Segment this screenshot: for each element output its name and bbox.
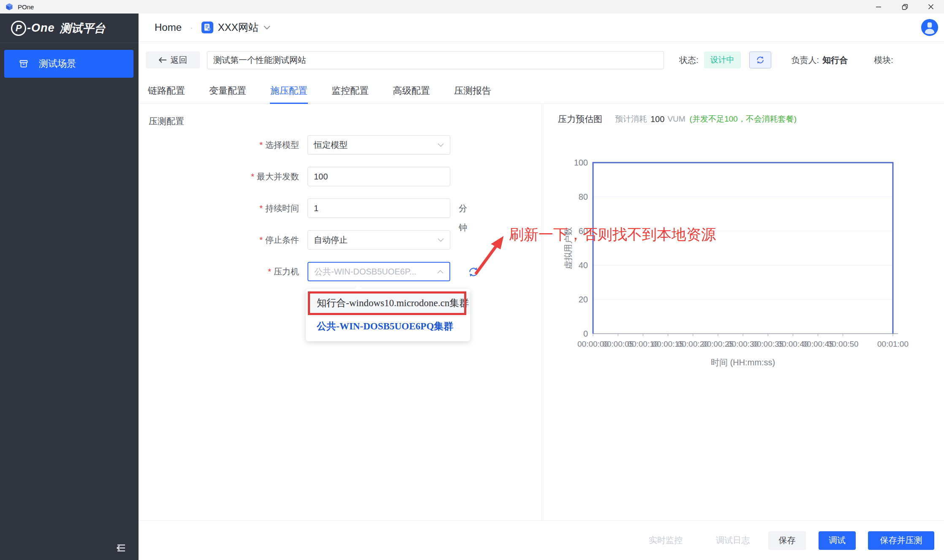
refresh-icon — [756, 55, 765, 65]
chart-title: 压力预估图 — [558, 113, 602, 125]
breadcrumb: Home · XXX网站 — [139, 14, 944, 42]
debug-button[interactable]: 调试 — [819, 531, 856, 550]
stop-condition-value: 自动停止 — [314, 234, 348, 246]
duration-input[interactable]: 1 — [307, 198, 450, 218]
section-title: 压测配置 — [149, 115, 184, 127]
content-area: 压测配置 *选择模型 恒定模型 *最大并发数 100 *持续时间 — [139, 104, 944, 520]
chevron-up-icon — [437, 270, 443, 274]
model-select-value: 恒定模型 — [314, 139, 348, 151]
minimize-icon — [876, 4, 881, 10]
minimize-button[interactable] — [865, 0, 892, 14]
owner-field: 负责人:知行合 — [792, 54, 848, 66]
project-chevron-down-icon[interactable] — [264, 25, 270, 30]
required-mark: * — [259, 235, 263, 245]
concurrency-value: 100 — [314, 172, 328, 182]
load-machine-value: 公共-WIN-DOSB5UOE6P... — [314, 266, 416, 277]
chart-header: 压力预估图 预计消耗 100 VUM (并发不足100，不会消耗套餐) — [558, 113, 797, 125]
stop-condition-select[interactable]: 自动停止 — [307, 230, 450, 250]
load-machine-select[interactable]: 公共-WIN-DOSB5UOE6P... — [307, 262, 450, 281]
platform-logo: P -One 测试平台 — [0, 14, 139, 43]
load-machine-refresh-button[interactable] — [468, 266, 479, 278]
required-mark: * — [259, 140, 263, 150]
back-button[interactable]: 返回 — [146, 52, 200, 68]
concurrency-input[interactable]: 100 — [307, 167, 450, 186]
load-estimate-panel: 压力预估图 预计消耗 100 VUM (并发不足100，不会消耗套餐) 0204… — [542, 104, 944, 520]
status-badge: 设计中 — [704, 52, 741, 68]
consume-unit: VUM — [667, 114, 685, 124]
pressure-config-panel: 压测配置 *选择模型 恒定模型 *最大并发数 100 *持续时间 — [139, 104, 542, 520]
tab-monitor-config[interactable]: 监控配置 — [331, 78, 369, 103]
back-arrow-icon — [158, 57, 167, 63]
scenario-box-icon — [19, 59, 29, 69]
tab-test-report[interactable]: 压测报告 — [454, 78, 492, 103]
debug-log-link[interactable]: 调试日志 — [716, 535, 750, 546]
realtime-monitor-link[interactable]: 实时监控 — [649, 535, 683, 546]
window-controls — [865, 0, 944, 14]
back-button-label: 返回 — [171, 54, 188, 66]
model-select[interactable]: 恒定模型 — [307, 135, 450, 155]
svg-text:40: 40 — [579, 261, 588, 270]
status-label: 状态: — [679, 54, 699, 66]
tab-advanced-config[interactable]: 高级配置 — [392, 78, 430, 103]
svg-text:100: 100 — [574, 158, 588, 167]
close-button[interactable] — [918, 0, 944, 14]
module-field: 模块: — [874, 54, 893, 66]
chevron-down-icon — [438, 238, 444, 242]
breadcrumb-home[interactable]: Home — [155, 22, 182, 33]
save-and-run-button[interactable]: 保存并压测 — [868, 531, 934, 550]
app-logo-icon — [5, 3, 14, 11]
stop-condition-label: 停止条件 — [265, 235, 299, 245]
svg-text:00:00:50: 00:00:50 — [827, 340, 859, 348]
window-title: POne — [18, 3, 34, 11]
app-window: POne P -One 测试平台 — [0, 0, 944, 560]
tab-link-config[interactable]: 链路配置 — [147, 78, 185, 103]
consume-note: (并发不足100，不会消耗套餐) — [690, 114, 797, 125]
consume-label: 预计消耗 — [615, 114, 647, 125]
collapse-icon — [114, 541, 128, 555]
svg-text:00:01:00: 00:01:00 — [877, 340, 909, 348]
tab-pressure-config[interactable]: 施压配置 — [270, 78, 308, 103]
svg-text:虚拟用户数: 虚拟用户数 — [563, 227, 573, 269]
breadcrumb-project[interactable]: XXX网站 — [218, 21, 258, 34]
concurrency-label: 最大并发数 — [257, 172, 299, 181]
dropdown-option-public-cluster[interactable]: 公共-WIN-DOSB5UOE6PQ集群 — [306, 318, 470, 335]
load-machine-label: 压力机 — [274, 267, 299, 276]
owner-label: 负责人: — [792, 55, 819, 65]
close-icon — [928, 4, 934, 10]
model-label: 选择模型 — [265, 140, 299, 150]
scenario-name-input[interactable] — [207, 51, 664, 69]
sidebar-collapse-button[interactable] — [114, 541, 128, 555]
module-label: 模块: — [874, 55, 893, 65]
duration-label: 持续时间 — [265, 204, 299, 213]
sidebar-item-test-scenario[interactable]: 测试场景 — [4, 50, 133, 78]
status-refresh-button[interactable] — [749, 52, 771, 68]
required-mark: * — [259, 204, 263, 213]
scenario-doc-icon — [201, 22, 213, 33]
svg-text:0: 0 — [583, 329, 588, 338]
refresh-icon — [468, 266, 479, 278]
footer-bar: 实时监控 调试日志 保存 调试 保存并压测 — [139, 520, 944, 560]
dropdown-option-local-cluster[interactable]: 知行合-windows10.microdone.cn集群 — [306, 292, 470, 314]
logo-one-text: -One — [27, 22, 55, 35]
sidebar-item-label: 测试场景 — [39, 57, 76, 70]
required-mark: * — [251, 172, 254, 181]
tab-bar: 链路配置 变量配置 施压配置 监控配置 高级配置 压测报告 — [139, 78, 944, 104]
window-titlebar: POne — [0, 0, 944, 14]
svg-text:20: 20 — [579, 295, 588, 304]
save-button[interactable]: 保存 — [768, 531, 806, 550]
main-area: Home · XXX网站 返回 — [139, 14, 944, 560]
restore-button[interactable] — [892, 0, 918, 14]
duration-value: 1 — [314, 204, 318, 213]
user-avatar[interactable] — [921, 19, 939, 36]
logo-p-mark: P — [11, 21, 26, 36]
chevron-down-icon — [438, 143, 444, 147]
breadcrumb-separator: · — [190, 23, 193, 33]
toolbar: 返回 状态: 设计中 负责人:知行合 模块: — [139, 42, 944, 78]
sidebar: P -One 测试平台 测试场景 — [0, 14, 139, 560]
load-estimate-chart: 02040608010000:00:0000:00:0500:00:1000:0… — [562, 152, 912, 370]
tab-variable-config[interactable]: 变量配置 — [209, 78, 247, 103]
svg-text:60: 60 — [579, 226, 588, 236]
duration-unit: 分钟 — [459, 198, 467, 237]
load-machine-dropdown: 知行合-windows10.microdone.cn集群 公共-WIN-DOSB… — [306, 289, 470, 341]
svg-text:80: 80 — [579, 192, 588, 201]
